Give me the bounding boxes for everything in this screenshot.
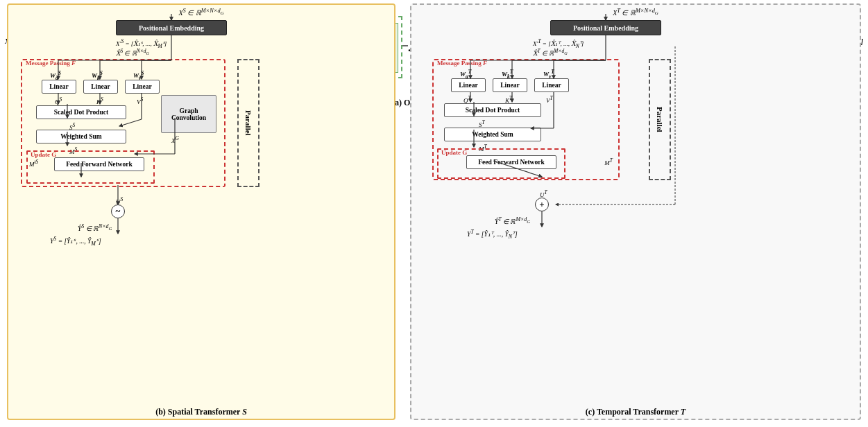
temporal-linear-q: Linear <box>451 78 486 92</box>
temporal-scaled-dot: Scaled Dot Product <box>444 103 541 117</box>
temporal-linear-v: Linear <box>534 78 569 92</box>
temporal-v-label: VT <box>546 95 553 104</box>
temporal-parallel-box: Parallel <box>649 59 671 180</box>
spatial-pos-emb: Positional Embedding <box>116 20 227 35</box>
spatial-title: (b) Spatial Transformer S <box>8 407 394 417</box>
spatial-header-math: XS ∈ ℝM×N×dG <box>8 8 394 17</box>
spatial-parallel-label: Parallel <box>244 110 253 136</box>
spatial-message-passing-label: Message Passing F <box>26 60 76 67</box>
spatial-transformer-panel: (b) Spatial Transformer S XS ∈ ℝM×N×dG P… <box>7 3 395 420</box>
spatial-yhat-math: ŶS ∈ ℝN×dG <box>78 223 112 232</box>
temporal-mt-right-label: MT <box>604 157 613 166</box>
spatial-graph-conv: GraphConvolution <box>161 95 216 133</box>
temporal-linear-k: Linear <box>493 78 527 92</box>
temporal-xhat-label: X̂T ∈ ℝM×dG <box>533 48 568 57</box>
temporal-transformer-panel: (c) Temporal Transformer T XT ∈ ℝM×N×dG … <box>410 3 861 420</box>
temporal-pos-emb: Positional Embedding <box>550 20 661 35</box>
spatial-xhat-label: X̂S ∈ ℝN×dG <box>116 48 149 57</box>
spatial-tilde-op: ~ <box>111 204 125 218</box>
temporal-message-passing-label: Message Passing F <box>437 60 487 67</box>
spatial-q-label: QS <box>55 96 62 105</box>
spatial-linear-k: Linear <box>83 80 118 94</box>
spatial-parallel-box: Parallel <box>237 59 259 187</box>
temporal-ffn: Feed Forward Network <box>466 155 556 169</box>
spatial-update-g-box: Update G MtS Feed Forward Network <box>26 150 155 184</box>
spatial-y-label: YS = [Ŷ₁ˢ, ..., ŶMˢ] <box>50 236 101 247</box>
temporal-weighted-sum: Weighted Sum <box>444 128 541 141</box>
spatial-k-label: KS <box>96 96 103 105</box>
temporal-header-math: XT ∈ ℝM×N×dG <box>411 8 860 17</box>
spatial-update-g-label: Update G <box>31 151 56 158</box>
spatial-weighted-sum: Weighted Sum <box>36 130 126 143</box>
spatial-xg-label: XG <box>171 135 179 144</box>
spatial-linear-v: Linear <box>125 80 160 94</box>
temporal-parallel-label: Parallel <box>656 107 664 132</box>
spatial-v-label: VS <box>137 96 143 105</box>
temporal-update-g-box: Update G Feed Forward Network <box>437 148 565 179</box>
temporal-plus-op: + <box>535 198 549 211</box>
temporal-yhat-math: ŶT ∈ ℝM×dG <box>495 216 530 225</box>
temporal-message-passing-box: Message Passing F WqT WkT WvT Linear Lin… <box>432 59 620 180</box>
spatial-message-passing-box: Message Passing F WqS WkS WvS Linear Lin… <box>21 59 225 187</box>
spatial-scaled-dot: Scaled Dot Product <box>36 105 126 119</box>
temporal-y-label: YT = [Ŷ₁ᵀ, ..., ŶNᵀ] <box>467 229 518 240</box>
temporal-update-g-label: Update G <box>441 149 467 156</box>
spatial-ffn: Feed Forward Network <box>54 157 144 171</box>
spatial-mts-label: MtS <box>29 159 38 168</box>
temporal-title: (c) Temporal Transformer T <box>411 407 860 417</box>
spatial-linear-q: Linear <box>42 80 76 94</box>
